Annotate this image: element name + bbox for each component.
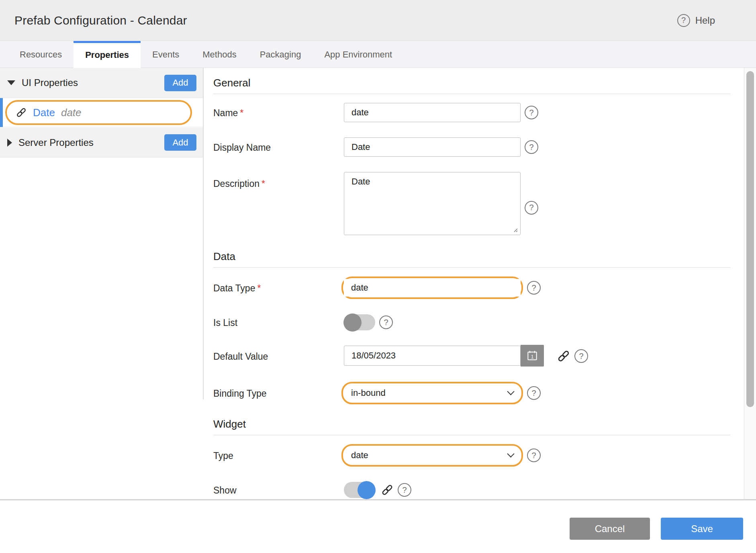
required-mark: * — [262, 178, 265, 189]
calendar-icon: 1 — [526, 349, 539, 362]
save-button[interactable]: Save — [661, 518, 743, 540]
dialog-footer: Cancel Save — [0, 499, 756, 553]
required-mark: * — [257, 283, 261, 293]
bind-value-button[interactable] — [557, 349, 570, 363]
add-server-property-button[interactable]: Add — [164, 134, 196, 151]
binding-type-highlight: in-bound — [341, 382, 523, 404]
toggle-knob — [343, 313, 362, 332]
scrollbar-thumb[interactable] — [746, 71, 754, 407]
property-title: Date — [33, 107, 55, 119]
general-section-title: General — [213, 77, 730, 89]
help-label: Help — [695, 15, 715, 26]
ui-properties-label: UI Properties — [22, 77, 78, 88]
sidebar-divider — [203, 68, 204, 399]
selected-property-highlight: Date date — [5, 100, 192, 125]
data-type-input[interactable] — [344, 279, 521, 297]
display-name-help-icon[interactable]: ? — [525, 140, 538, 154]
default-value-help-icon[interactable]: ? — [574, 349, 588, 363]
server-properties-label: Server Properties — [18, 137, 94, 148]
tab-properties[interactable]: Properties — [74, 41, 141, 68]
show-help-icon[interactable]: ? — [398, 483, 411, 497]
data-type-label: Data Type* — [213, 282, 344, 294]
svg-text:1: 1 — [531, 354, 534, 360]
section-divider — [213, 267, 730, 268]
ui-properties-header[interactable]: UI Properties Add — [0, 68, 203, 98]
binding-type-label: Binding Type — [213, 387, 344, 399]
description-textarea[interactable]: Date — [344, 172, 521, 235]
vertical-scrollbar[interactable] — [744, 68, 756, 499]
binding-type-select[interactable]: in-bound — [344, 384, 521, 402]
name-input[interactable] — [344, 103, 521, 122]
is-list-help-icon[interactable]: ? — [379, 315, 393, 329]
widget-type-label: Type — [213, 450, 344, 461]
show-row: Show ? — [213, 482, 730, 498]
data-type-help-icon[interactable]: ? — [527, 281, 541, 295]
cancel-button[interactable]: Cancel — [570, 518, 650, 540]
data-type-row: Data Type* ? — [213, 276, 730, 299]
widget-section-title: Widget — [213, 418, 730, 430]
tab-methods[interactable]: Methods — [191, 41, 248, 68]
default-value-input[interactable] — [344, 346, 521, 366]
toggle-knob — [358, 481, 376, 499]
section-divider — [213, 435, 730, 435]
properties-body: UI Properties Add Date date Server Prope… — [0, 68, 756, 499]
binding-type-help-icon[interactable]: ? — [527, 386, 541, 400]
tab-packaging[interactable]: Packaging — [248, 41, 313, 68]
show-label: Show — [213, 484, 344, 496]
bind-show-button[interactable] — [381, 483, 394, 496]
name-row: Name* ? — [213, 103, 730, 122]
collapse-icon — [7, 80, 15, 85]
properties-sidebar: UI Properties Add Date date Server Prope… — [0, 68, 203, 499]
widget-type-help-icon[interactable]: ? — [527, 449, 541, 462]
description-row: Description* Date ? — [213, 172, 730, 237]
chevron-down-icon — [507, 450, 514, 457]
expand-icon — [7, 139, 12, 147]
widget-type-row: Type date ? — [213, 444, 730, 467]
help-button[interactable]: ? Help — [677, 14, 715, 27]
widget-type-select[interactable]: date — [344, 446, 521, 464]
chevron-down-icon — [507, 388, 514, 395]
tab-bar: Resources Properties Events Methods Pack… — [0, 41, 756, 68]
data-type-highlight — [341, 276, 523, 299]
prefab-configuration-dialog: Prefab Configuration - Calendar ? Help R… — [0, 0, 756, 553]
description-label: Description* — [213, 172, 344, 189]
is-list-label: Is List — [213, 317, 344, 328]
required-mark: * — [240, 108, 243, 118]
widget-type-highlight: date — [341, 444, 523, 467]
link-icon — [381, 483, 394, 496]
tab-resources[interactable]: Resources — [8, 41, 74, 68]
data-section-title: Data — [213, 250, 730, 263]
link-icon — [557, 349, 570, 363]
server-properties-header[interactable]: Server Properties Add — [0, 127, 203, 158]
binding-type-row: Binding Type in-bound ? — [213, 382, 730, 404]
display-name-row: Display Name ? — [213, 137, 730, 157]
show-toggle[interactable] — [344, 482, 375, 498]
display-name-label: Display Name — [213, 141, 344, 153]
default-value-row: Default Value 1 — [213, 346, 730, 367]
default-value-label: Default Value — [213, 350, 344, 362]
calendar-picker-button[interactable]: 1 — [521, 345, 544, 367]
tab-events[interactable]: Events — [141, 41, 191, 68]
is-list-row: Is List ? — [213, 314, 730, 330]
is-list-toggle[interactable] — [344, 314, 375, 330]
tab-app-environment[interactable]: App Environment — [313, 41, 404, 68]
help-circle-icon: ? — [677, 14, 690, 27]
property-subtitle: date — [61, 107, 82, 119]
name-help-icon[interactable]: ? — [525, 106, 538, 119]
description-help-icon[interactable]: ? — [525, 201, 538, 215]
page-title: Prefab Configuration - Calendar — [14, 14, 187, 27]
property-item-date[interactable]: Date date — [0, 98, 203, 127]
add-ui-property-button[interactable]: Add — [164, 75, 196, 91]
dialog-header: Prefab Configuration - Calendar ? Help — [0, 0, 756, 41]
link-icon — [16, 107, 27, 118]
display-name-input[interactable] — [344, 137, 521, 157]
section-divider — [213, 94, 730, 94]
name-label: Name* — [213, 107, 344, 119]
property-form: General Name* ? Display Name ? — [203, 68, 756, 499]
